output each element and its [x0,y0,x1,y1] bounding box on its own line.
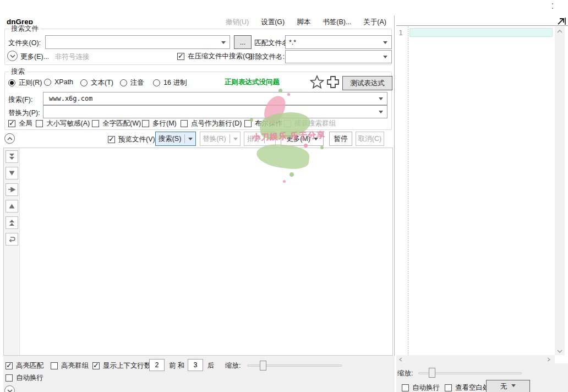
dropdown-arrow-icon[interactable] [221,41,226,46]
search-archives-label: 在压缩文件中搜索(C) [188,52,252,61]
go-to-last-match-button[interactable] [6,150,18,163]
mode-label: 16 进制 [163,78,187,88]
mode-phonetic-radio[interactable]: 注音 [120,78,144,88]
results-wrap-checkbox[interactable]: 自动换行 [6,373,43,383]
results-wrap-label: 自动换行 [16,373,43,383]
search-for-value: www.x6g.com [47,95,92,102]
menu-settings[interactable]: 设置(G) [261,18,285,27]
menu-script[interactable]: 脚本 [297,18,310,27]
add-bookmark-plus-icon[interactable] [326,75,340,89]
wrap-navigation-button[interactable] [6,233,18,246]
replace-split-button[interactable]: 替换(R) [200,132,241,146]
highlight-groups-checkbox[interactable]: 高亮群组 [51,361,89,371]
go-to-first-match-button[interactable] [6,216,18,229]
mode-regex-radio[interactable]: 正则(R) [8,78,42,88]
radio-icon [44,79,51,86]
context-after-label: 后 [207,361,215,371]
scroll-down-icon[interactable] [557,350,562,353]
more-options-label[interactable]: 更多(E)... [20,52,49,62]
cancel-button[interactable]: 取消(C) [356,132,384,146]
search-for-combobox[interactable]: www.x6g.com [43,92,387,105]
search-split-button[interactable]: 搜索(S) [155,132,196,146]
whitespace-mode-dropdown[interactable]: 无 [486,380,530,392]
collapse-panel-button[interactable] [4,133,15,144]
scroll-left-icon[interactable] [399,357,402,362]
scroll-right-icon[interactable] [547,357,550,362]
folder-combobox[interactable] [45,35,230,49]
exclude-filename-combobox[interactable] [285,50,392,63]
context-before-input[interactable] [149,359,165,371]
highlight-matches-checkbox[interactable]: 高亮匹配 [6,361,43,371]
regex-status-text: 正则表达式没问题 [225,78,280,87]
option-label: 布尔操作 [255,119,282,128]
dropdown-arrow-icon[interactable] [233,138,238,143]
current-match-button[interactable] [6,183,18,196]
preview-editor[interactable]: 1 [396,26,554,355]
show-context-lines-checkbox[interactable]: 显示上下文行数 [92,361,151,371]
view-whitespace-checkbox[interactable]: 查看空白处 [445,383,490,392]
test-expression-button[interactable]: 测试表达式 [342,76,392,90]
preview-controls: 缩放: 自动换行 查看空白处 无 [396,363,568,392]
chevron-down-icon [7,389,13,392]
popout-preview-icon[interactable] [557,17,566,25]
scroll-up-icon[interactable] [557,30,562,33]
option-global-checkbox[interactable]: 全局 [8,119,32,128]
ellipsis-dots [552,3,554,11]
dropdown-arrow-icon[interactable] [379,97,383,102]
preview-pane: 1 缩放: 自动换行 查看空白处 无 [396,25,568,392]
expand-bottom-panel-button[interactable] [4,385,15,392]
option-dot-newline-checkbox[interactable]: 点号作为新行(D) [181,119,242,128]
option-boolean-checkbox[interactable]: 布尔操作 [244,119,282,128]
preview-vertical-scrollbar[interactable] [555,26,565,355]
mode-text-radio[interactable]: 文本(T) [80,78,113,88]
arrow-up-icon [9,204,15,209]
current-line-highlight [409,28,553,37]
preview-wrap-checkbox[interactable]: 自动换行 [402,383,440,392]
dropdown-arrow-icon[interactable] [379,111,383,116]
search-archives-checkbox[interactable]: 在压缩文件中搜索(C) [177,52,252,61]
preview-horizontal-scrollbar[interactable] [396,355,555,363]
option-label: 捕获搜索群组 [294,119,336,128]
match-filename-value: *.* [289,39,296,46]
next-match-button[interactable] [6,167,18,179]
browse-button[interactable]: ... [234,35,252,49]
preview-file-checkbox[interactable]: 预览文件(V) [108,135,155,144]
option-label: 全局 [19,119,32,128]
results-zoom-slider-thumb[interactable] [260,361,266,371]
checkbox-icon [36,120,43,127]
more-options-expander[interactable] [7,51,18,61]
match-filename-combobox[interactable]: *.* [285,35,392,49]
more-button[interactable]: 更多(M) [281,132,324,146]
pause-button[interactable]: 暂停 [329,132,352,146]
preview-zoom-label: 缩放: [397,369,413,378]
dropdown-arrow-icon [511,384,516,389]
dropdown-arrow-icon[interactable] [383,41,387,46]
replace-button-label: 替换(R) [203,134,226,144]
favorite-star-icon[interactable] [310,75,324,89]
menu-bookmarks[interactable]: 书签(B)... [323,18,351,27]
option-label: 大小写敏感(A) [46,119,90,128]
previous-match-button[interactable] [6,200,18,213]
option-case-sensitive-checkbox[interactable]: 大小写敏感(A) [36,119,90,128]
option-multiline-checkbox[interactable]: 多行(M) [142,119,177,128]
folder-label: 文件夹(O): [8,39,41,48]
checkbox-icon [51,362,58,369]
dropdown-arrow-icon[interactable] [383,56,387,61]
replace-with-combobox[interactable] [43,105,387,118]
dropdown-arrow-icon[interactable] [314,138,318,143]
mode-xpath-radio[interactable]: XPath [44,78,73,86]
option-whole-word-checkbox[interactable]: 全字匹配(W) [92,119,141,128]
radio-icon [153,79,160,86]
checkbox-icon [108,136,115,143]
dropdown-arrow-icon[interactable] [188,138,193,143]
mode-hex-radio[interactable]: 16 进制 [153,78,187,88]
preview-zoom-slider-thumb[interactable] [429,368,435,378]
menu-undo[interactable]: 撤销(U) [226,18,249,27]
search-group-legend: 搜索 [9,67,27,77]
sort-button[interactable]: 排序 [244,132,276,146]
search-button-label: 搜索(S) [159,134,182,144]
menu-about[interactable]: 关于(A) [363,18,386,27]
context-after-input[interactable] [188,359,203,371]
arrow-down-icon [9,171,15,176]
dropdown-arrow-icon[interactable] [268,138,272,143]
